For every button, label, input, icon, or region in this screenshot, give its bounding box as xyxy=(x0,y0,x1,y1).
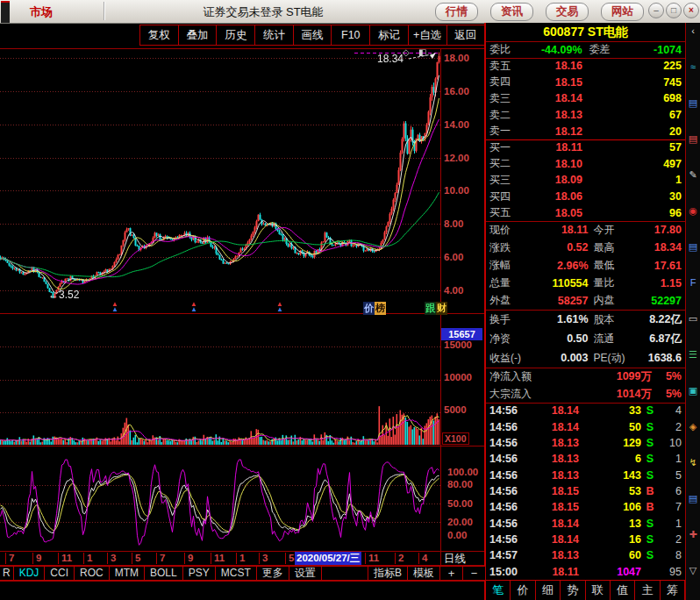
toolbar-button-mark[interactable]: 标记 xyxy=(369,25,409,46)
selected-date-label: 2020/05/27/三 xyxy=(295,552,361,565)
toolbar-button-back[interactable]: 返回 xyxy=(446,25,486,46)
indicator-button-mtm[interactable]: MTM xyxy=(109,566,145,581)
buy-order-row[interactable]: 买二18.10497 xyxy=(486,156,685,173)
diamond-icon[interactable]: ◇ xyxy=(403,47,410,57)
kdj-chart[interactable] xyxy=(0,447,440,551)
zoom-in-button[interactable]: + xyxy=(439,566,463,581)
doc-red-icon[interactable]: ▤ xyxy=(687,132,700,168)
stat-row: 收益(-)0.003PE(动)1638.6 xyxy=(486,348,685,368)
panel-tab-势[interactable]: 势 xyxy=(561,581,585,600)
toolbar-button-history[interactable]: 历史 xyxy=(216,25,255,46)
volume-axis-label: 10000 xyxy=(444,372,472,382)
flash-icon[interactable]: ↯ xyxy=(687,456,700,492)
plus-icon[interactable]: ✚ xyxy=(687,528,700,564)
money-flow-block: 净流入额1099万5%大宗流入1014万5% xyxy=(486,368,685,404)
titlebar-button-website[interactable]: 网站 xyxy=(601,3,644,21)
time-axis-label: 4 xyxy=(418,553,427,564)
indicator-button-roc[interactable]: ROC xyxy=(74,566,110,581)
price-axis-label: 8.00 xyxy=(444,218,463,229)
indicator-button-kdj[interactable]: KDJ xyxy=(13,566,46,581)
toolbar-button-fuquan[interactable]: 复权 xyxy=(139,25,179,46)
buy-order-row[interactable]: 买四18.0630 xyxy=(486,189,685,205)
volume-highlight-value: 15657 xyxy=(441,328,482,340)
doc-blue-icon[interactable]: ▤ xyxy=(687,96,700,132)
zoom-out-button[interactable]: − xyxy=(462,566,486,581)
wave-icon[interactable]: ≈ xyxy=(687,61,700,96)
record-icon[interactable]: ◉ xyxy=(687,204,700,240)
panel-tab-筹[interactable]: 筹 xyxy=(661,581,685,600)
doc-blue-icon[interactable]: ▤ xyxy=(687,492,700,528)
chart-tag-button[interactable]: 价榜 xyxy=(363,302,386,315)
restore-button[interactable]: □ xyxy=(666,3,682,18)
titlebar-button-trade[interactable]: 交易 xyxy=(546,3,589,21)
time-axis-label: 3 xyxy=(107,553,116,564)
stat-row: 总量110554量比1.15 xyxy=(486,275,685,292)
panel-tab-价[interactable]: 价 xyxy=(511,581,535,600)
stat-row: 净资0.50流通6.87亿 xyxy=(486,329,685,348)
indicator-button-boll[interactable]: BOLL xyxy=(144,566,183,581)
price-axis-label: 10.00 xyxy=(444,185,469,196)
time-axis-label: 5 xyxy=(285,553,294,564)
indicator-button-r[interactable]: R xyxy=(0,566,14,581)
template-button[interactable]: 模板 xyxy=(407,566,440,581)
titlebar-button-quotes[interactable]: 行情 xyxy=(435,3,478,21)
panel-tab-细[interactable]: 细 xyxy=(536,581,561,600)
down-icon[interactable]: ▽ xyxy=(687,564,700,600)
sell-order-row[interactable]: 卖三18.14698 xyxy=(486,90,685,107)
buy-order-row[interactable]: 买五18.0596 xyxy=(486,204,685,221)
panel-tab-主[interactable]: 主 xyxy=(635,581,660,600)
tick-row: 14:5718.1360S8 xyxy=(486,547,685,563)
money-flow-row: 大宗流入1014万5% xyxy=(486,385,685,403)
minimize-button[interactable]: – xyxy=(648,3,664,18)
sell-order-row[interactable]: 卖五18.16225 xyxy=(486,58,685,75)
panel-tab-联[interactable]: 联 xyxy=(586,581,611,600)
time-axis-label: 1 xyxy=(83,553,92,564)
indicator-button-psy[interactable]: PSY xyxy=(182,566,216,581)
toolbar-button-overlay[interactable]: 叠加 xyxy=(178,25,218,46)
toolbar-button-statistics[interactable]: 统计 xyxy=(254,25,294,46)
split-square-icon[interactable]: ◧ xyxy=(418,47,426,57)
panel-tab-笔[interactable]: 笔 xyxy=(486,581,511,600)
sell-order-row[interactable]: 卖二18.1367 xyxy=(486,107,685,124)
diamond-tool-icon[interactable]: ◈ xyxy=(687,420,700,456)
panel-tab-值[interactable]: 值 xyxy=(611,581,635,600)
stat-row: 外盘58257内盘52297 xyxy=(486,292,685,310)
indicator-button-mcst[interactable]: MCST xyxy=(215,566,257,581)
toolbar-button-add-watchlist[interactable]: +自选 xyxy=(408,25,447,46)
tick-row: 14:5618.1416S2 xyxy=(486,532,685,547)
edit-icon[interactable]: ✎ xyxy=(687,168,700,204)
tick-row: 14:5618.1413S1 xyxy=(486,516,685,532)
toolbar-button-draw-line[interactable]: 画线 xyxy=(293,25,332,46)
collapse-panel-icon[interactable]: ‹ xyxy=(687,25,700,61)
main-kline-chart[interactable] xyxy=(0,49,440,313)
kdj-axis-label: 50.00 xyxy=(447,498,473,509)
menu-market[interactable]: 市场 xyxy=(30,4,53,20)
money-flow-row: 净流入额1099万5% xyxy=(486,368,685,385)
grid-icon[interactable]: ▣ xyxy=(687,384,700,420)
price-axis-label: 12.00 xyxy=(444,153,469,163)
indicator-b-button[interactable]: 指标B xyxy=(368,566,408,581)
indicator-button-更多[interactable]: 更多 xyxy=(256,566,289,581)
f10-icon[interactable]: F xyxy=(687,276,700,312)
list-icon[interactable]: ☰ xyxy=(687,348,700,384)
panel-icon[interactable]: ▭ xyxy=(687,312,700,348)
sell-order-row[interactable]: 卖一18.1220 xyxy=(486,123,685,139)
window-controls: –□× xyxy=(648,3,699,18)
indicator-button-设置[interactable]: 设置 xyxy=(289,566,322,581)
price-axis-label: 16.00 xyxy=(444,86,469,96)
buy-order-row[interactable]: 买一18.1157 xyxy=(486,139,685,156)
toolbar-button-f10[interactable]: F10 xyxy=(331,25,370,46)
buy-order-row[interactable]: 买三18.091 xyxy=(486,172,685,189)
titlebar-button-news[interactable]: 资讯 xyxy=(490,3,533,21)
doc-blue-icon[interactable]: ▤ xyxy=(687,240,700,276)
signal-marker-icon: ▲▲ xyxy=(189,302,198,312)
chart-tag-button[interactable]: 跟财 xyxy=(425,302,447,315)
indicator-button-cci[interactable]: CCI xyxy=(44,566,75,581)
sell-order-row[interactable]: 卖四18.15745 xyxy=(486,75,685,91)
indicator-bar: RKDJCCIROCMTMBOLLPSYMCST更多设置指标B模板 xyxy=(0,566,440,581)
period-label[interactable]: 日线 xyxy=(444,552,466,567)
titlebar-buttons: 行情资讯交易网站 xyxy=(435,3,644,21)
sell-orders: 卖五18.16225卖四18.15745卖三18.14698卖二18.1367卖… xyxy=(486,58,685,140)
close-button[interactable]: × xyxy=(683,3,699,18)
volume-chart[interactable] xyxy=(0,314,440,445)
